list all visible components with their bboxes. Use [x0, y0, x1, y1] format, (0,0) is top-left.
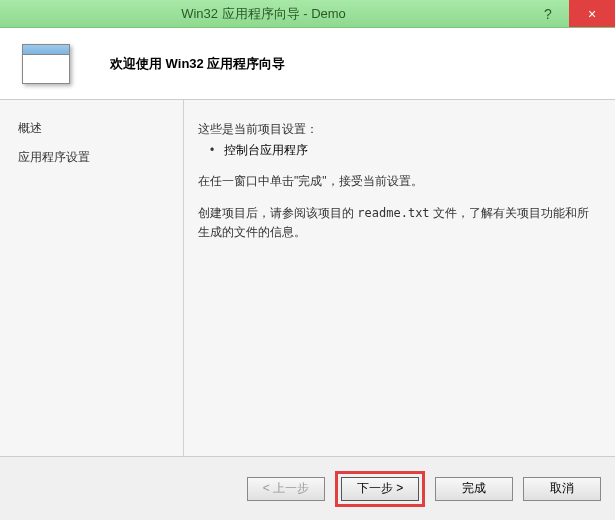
settings-bullet-console: 控制台应用程序: [198, 141, 595, 160]
content-para-finish: 在任一窗口中单击"完成"，接受当前设置。: [198, 172, 595, 191]
sidebar-item-app-settings[interactable]: 应用程序设置: [18, 149, 165, 166]
titlebar: Win32 应用程序向导 - Demo ? ×: [0, 0, 615, 28]
content-para-readme: 创建项目后，请参阅该项目的 readme.txt 文件，了解有关项目功能和所生成…: [198, 204, 595, 242]
para2-part-a: 创建项目后，请参阅该项目的: [198, 206, 357, 220]
close-button[interactable]: ×: [569, 0, 615, 27]
titlebar-buttons: ? ×: [527, 0, 615, 27]
wizard-content: 这些是当前项目设置： 控制台应用程序 在任一窗口中单击"完成"，接受当前设置。 …: [184, 100, 615, 456]
finish-button[interactable]: 完成: [435, 477, 513, 501]
wizard-header: 欢迎使用 Win32 应用程序向导: [0, 28, 615, 100]
wizard-welcome-text: 欢迎使用 Win32 应用程序向导: [110, 55, 285, 73]
wizard-sidebar: 概述 应用程序设置: [0, 100, 184, 456]
readme-filename: readme.txt: [357, 206, 429, 220]
help-button[interactable]: ?: [527, 0, 569, 27]
wizard-main: 概述 应用程序设置 这些是当前项目设置： 控制台应用程序 在任一窗口中单击"完成…: [0, 100, 615, 456]
window-title: Win32 应用程序向导 - Demo: [0, 5, 527, 23]
next-button[interactable]: 下一步 >: [341, 477, 419, 501]
wizard-icon: [22, 44, 70, 84]
sidebar-item-overview[interactable]: 概述: [18, 120, 165, 137]
next-button-highlight: 下一步 >: [335, 471, 425, 507]
wizard-footer: < 上一步 下一步 > 完成 取消: [0, 456, 615, 520]
prev-button: < 上一步: [247, 477, 325, 501]
cancel-button[interactable]: 取消: [523, 477, 601, 501]
settings-intro: 这些是当前项目设置：: [198, 120, 595, 139]
